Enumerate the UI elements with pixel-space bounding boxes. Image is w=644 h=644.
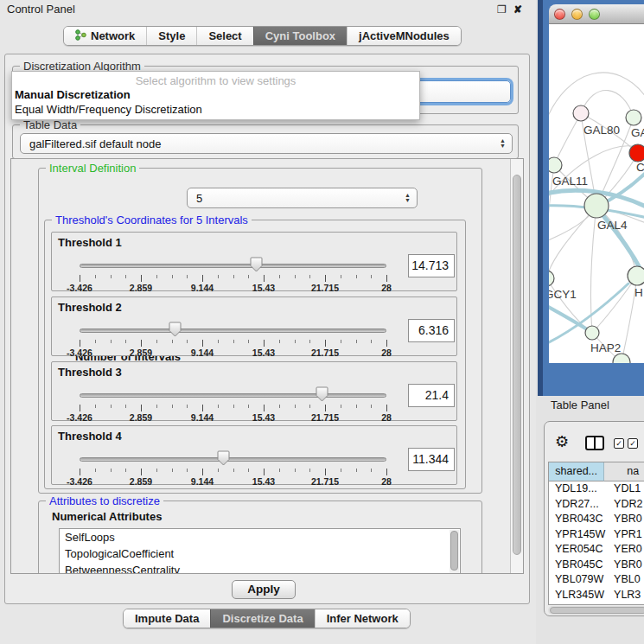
- tick-label: 21.715: [305, 348, 345, 358]
- table-row[interactable]: YBR043CYBR0: [549, 512, 644, 527]
- tab-style[interactable]: Style: [146, 27, 196, 45]
- slider-thumb[interactable]: [217, 450, 230, 466]
- network-node-hap2[interactable]: [585, 326, 599, 340]
- slider-thumb[interactable]: [169, 322, 182, 337]
- horizontal-scrollbar[interactable]: [548, 606, 644, 615]
- tab-label: Impute Data: [135, 612, 199, 625]
- slider-track[interactable]: [80, 328, 386, 333]
- tab-jactivemnodules[interactable]: jActiveMNodules: [347, 27, 461, 45]
- tab-cyni-toolbox[interactable]: Cyni Toolbox: [253, 27, 347, 45]
- tab-label: Network: [91, 29, 135, 42]
- table-row[interactable]: YIL052CYIL0: [549, 603, 644, 605]
- apply-button[interactable]: Apply: [232, 580, 296, 599]
- table-cell: YIL052C: [549, 603, 606, 605]
- mac-zoom-icon[interactable]: [589, 9, 600, 20]
- slider-tick: [341, 469, 341, 472]
- table-panel-window: ⚙ ✓ ✓ shared...na YDL19...YDL1YDR27...YD…: [544, 421, 644, 616]
- column-header-shared[interactable]: shared...: [549, 462, 604, 481]
- tick-label: 28: [367, 476, 406, 487]
- slider-track[interactable]: [80, 457, 386, 462]
- slider-tick: [295, 469, 296, 472]
- node-label: GAL80: [583, 124, 620, 137]
- network-window-titlebar[interactable]: [549, 4, 644, 24]
- tick-label: -3.426: [60, 348, 99, 358]
- scrollbar-thumb[interactable]: [450, 531, 458, 571]
- popup-option-equal-width-frequency-discretization[interactable]: Equal Width/Frequency Discretization: [15, 103, 202, 116]
- table-row[interactable]: YDR27...YDR2: [549, 497, 644, 513]
- slider-tick: [172, 275, 173, 278]
- table-row[interactable]: YLR345WYLR3: [549, 588, 644, 603]
- tick-label: 21.715: [305, 283, 345, 293]
- table-row[interactable]: YPR145WYPR1: [549, 527, 644, 543]
- slider-tick: [95, 340, 96, 343]
- slider-tick: [295, 405, 296, 408]
- popup-option-manual-discretization[interactable]: Manual Discretization: [15, 88, 131, 101]
- slider-tick: [172, 469, 173, 472]
- list-item-topologicalcoefficient[interactable]: TopologicalCoefficient: [60, 545, 460, 562]
- slider-tick: [80, 469, 80, 475]
- scrollbar-thumb[interactable]: [550, 607, 644, 614]
- scrollbar-thumb[interactable]: [513, 175, 521, 555]
- column-header-na[interactable]: na: [604, 462, 644, 481]
- tab-infer-network[interactable]: Infer Network: [315, 609, 410, 628]
- network-node-gal80[interactable]: [573, 105, 589, 121]
- table-cell: YBR0: [606, 558, 644, 573]
- tab-network[interactable]: Network: [64, 27, 146, 45]
- table-cell: YBL079W: [549, 572, 606, 588]
- threshold-value-field[interactable]: 11.344: [408, 448, 455, 471]
- node-table[interactable]: shared...na YDL19...YDL1YDR27...YDR2YBR0…: [548, 462, 644, 605]
- attribute-list-scrollbar[interactable]: [450, 530, 459, 574]
- table-cell: YER054C: [549, 542, 606, 558]
- network-edge: [554, 113, 581, 165]
- network-node-gcy1[interactable]: [549, 271, 554, 286]
- mac-minimize-icon[interactable]: [571, 9, 583, 20]
- table-row[interactable]: YDL19...YDL1: [549, 481, 644, 497]
- threshold-value-field[interactable]: 6.316: [408, 319, 455, 342]
- network-node-ga[interactable]: [626, 110, 641, 125]
- network-icon: [75, 29, 86, 43]
- network-node[interactable]: [613, 354, 630, 363]
- mac-close-icon[interactable]: [554, 9, 565, 20]
- list-item-selfloops[interactable]: SelfLoops: [60, 529, 460, 545]
- table-row[interactable]: YBL079WYBL0: [549, 572, 644, 588]
- threshold-value-field[interactable]: 14.713: [408, 254, 455, 277]
- close-icon[interactable]: ✘: [513, 3, 522, 16]
- num-intervals-combobox[interactable]: 5 ▲▼: [187, 188, 418, 208]
- attribute-list[interactable]: SelfLoopsTopologicalCoefficientBetweenne…: [59, 528, 461, 574]
- table-cell: YDR27...: [549, 497, 606, 513]
- threshold-label: Threshold 2: [58, 301, 122, 314]
- slider-tick: [187, 469, 188, 472]
- threshold-value-field[interactable]: 21.4: [408, 384, 455, 407]
- slider-track[interactable]: [80, 264, 386, 268]
- slider-track[interactable]: [80, 393, 386, 398]
- vertical-scrollbar[interactable]: [510, 159, 523, 573]
- table-cell: YPR145W: [549, 527, 606, 543]
- slider-thumb[interactable]: [316, 386, 328, 402]
- slider-tick: [386, 275, 387, 282]
- network-node-gal11[interactable]: [549, 157, 562, 173]
- num-intervals-value: 5: [196, 192, 202, 205]
- network-node-h[interactable]: [628, 266, 644, 285]
- table-cell: YBR045C: [549, 558, 606, 573]
- checkbox-columns-icon[interactable]: ✓: [614, 438, 624, 449]
- tab-discretize-data[interactable]: Discretize Data: [210, 609, 314, 628]
- slider-thumb[interactable]: [250, 257, 263, 272]
- slider-tick: [156, 340, 157, 343]
- float-window-icon[interactable]: ❐: [497, 3, 507, 16]
- slider-tick: [264, 340, 265, 347]
- slider-tick: [264, 275, 265, 282]
- table-data-combobox[interactable]: galFiltered.sif default node ▲▼: [20, 133, 513, 154]
- table-cell: YDL19...: [549, 481, 606, 497]
- network-node-gal4[interactable]: [584, 194, 609, 218]
- slider-tick: [325, 275, 326, 282]
- checkbox-columns-icon[interactable]: ✓: [628, 438, 638, 449]
- tab-select[interactable]: Select: [196, 27, 252, 45]
- split-columns-icon[interactable]: [585, 436, 604, 450]
- list-item-betweennesscentrality[interactable]: BetweennessCentrality: [60, 562, 460, 574]
- gear-icon[interactable]: ⚙: [555, 432, 569, 451]
- network-canvas[interactable]: GAL80GACGAL11GAL4GCY1HHAP2: [549, 24, 644, 363]
- network-node-c[interactable]: [629, 144, 644, 162]
- table-row[interactable]: YBR045CYBR0: [549, 558, 644, 573]
- tab-impute-data[interactable]: Impute Data: [124, 609, 210, 628]
- table-row[interactable]: YER054CYER0: [549, 542, 644, 558]
